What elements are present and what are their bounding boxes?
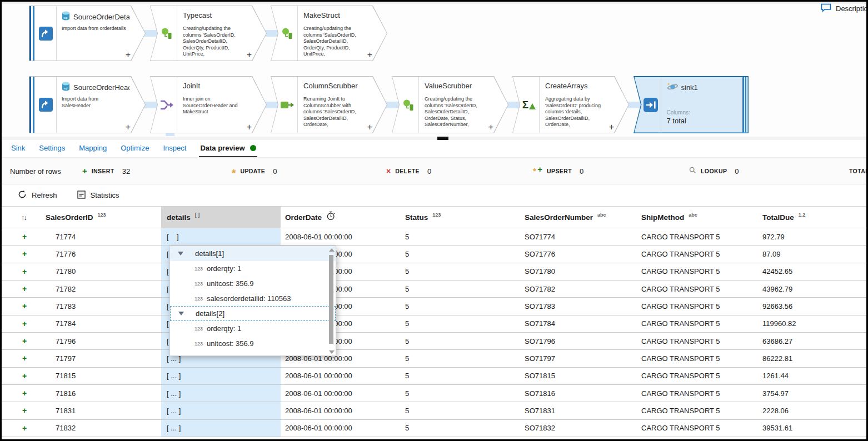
node-description: Aggregating data by 'SalesOrderID' produ…: [545, 96, 612, 131]
cell-salesordernumber: SO71831: [524, 402, 640, 419]
cell-value: 5: [405, 319, 409, 328]
expand-triangle-icon[interactable]: [178, 252, 183, 255]
popup-scrollbar[interactable]: [328, 248, 335, 354]
cell-status: 5: [405, 368, 524, 384]
add-transformation-button[interactable]: +: [126, 50, 131, 60]
svg-text:sql: sql: [63, 87, 67, 90]
cell-value: 71783: [56, 302, 76, 310]
tab-inspect[interactable]: Inspect: [162, 140, 187, 157]
cell-details[interactable]: [ ... ]: [161, 368, 281, 384]
cell-status: 5: [405, 402, 524, 419]
column-label: SalesOrderID: [46, 213, 93, 222]
cell-totaldue: 3754.97: [761, 385, 865, 402]
number-type-badge: 123: [194, 281, 207, 287]
details-group-header[interactable]: details[2]: [170, 306, 336, 321]
add-transformation-button[interactable]: +: [367, 122, 372, 132]
tab-sink[interactable]: Sink: [10, 140, 26, 157]
cell-details[interactable]: [ ... ]: [161, 385, 281, 402]
cell-salesorderid: 71782: [46, 280, 161, 297]
node-title-text: Typecast: [183, 11, 212, 19]
description-bubble-icon: [821, 3, 831, 14]
tab-label: Settings: [39, 144, 65, 152]
sort-icon[interactable]: ↑↓: [21, 213, 26, 222]
cell-salesordernumber: SO71784: [524, 315, 640, 332]
tab-optimize[interactable]: Optimize: [119, 140, 150, 157]
column-label: details: [167, 213, 191, 222]
stat-delete: ×DELETE0: [386, 158, 431, 184]
expand-triangle-icon[interactable]: [178, 312, 184, 315]
cell-value: SO71832: [525, 424, 555, 432]
tab-settings[interactable]: Settings: [38, 140, 66, 157]
cell-value: CARGO TRANSPORT 5: [641, 389, 720, 398]
add-transformation-button[interactable]: +: [488, 122, 493, 132]
cell-value: SO71783: [525, 302, 555, 310]
table-header-row: ↑↓SalesOrderID123details[ ]OrderDateStat…: [0, 206, 868, 228]
insert-plus-icon: +: [22, 284, 27, 293]
node-makestruct[interactable]: MakeStructCreating/updating the columns …: [271, 6, 387, 61]
stat-upsert: +*UPSERT0: [535, 158, 583, 184]
cell-value: 92663.56: [762, 302, 792, 310]
node-title: CreateArrays: [545, 82, 613, 90]
scroll-down-arrow-icon[interactable]: [329, 350, 335, 354]
node-sourceorderheader[interactable]: sqlSourceOrderHeaderImport data from Sal…: [29, 76, 146, 133]
number-type-badge: 123: [194, 356, 207, 357]
scroll-up-arrow-icon[interactable]: [329, 248, 335, 252]
node-createarrays[interactable]: ΣCreateArraysAggregating data by 'SalesO…: [512, 76, 629, 133]
add-transformation-button[interactable]: +: [247, 122, 252, 132]
refresh-button[interactable]: Refresh: [18, 190, 57, 201]
add-transformation-button[interactable]: +: [247, 50, 252, 60]
cell-status: 5: [405, 315, 524, 332]
details-group-header[interactable]: details[1]: [170, 246, 336, 261]
node-title: Typecast: [183, 11, 251, 19]
cell-value: 5: [405, 302, 409, 310]
node-columnscrubber[interactable]: ColumnScrubberRenaming JoinIt to ColumnS…: [271, 76, 387, 133]
node-joinit[interactable]: JoinItInner join on SourceOrderHeader an…: [150, 76, 267, 133]
cell-salesordernumber: SO71780: [524, 263, 640, 280]
add-transformation-button[interactable]: +: [367, 50, 372, 60]
column-header-salesorderid[interactable]: SalesOrderID123: [46, 207, 161, 228]
source-transformation-icon: [37, 77, 54, 133]
cell-value: 2228.06: [762, 407, 789, 415]
tab-data-preview[interactable]: Data preview: [199, 140, 257, 157]
column-header-totaldue[interactable]: TotalDue1.2: [761, 207, 865, 228]
preview-ready-dot-icon: [250, 145, 256, 151]
cell-value: CARGO TRANSPORT 5: [641, 424, 720, 432]
tab-mapping[interactable]: Mapping: [78, 140, 108, 157]
table-row: +71776[ ... ]2008-06-01 00:00:005SO71776…: [0, 245, 868, 263]
node-sink1[interactable]: sink1Columns:7 total: [633, 76, 749, 133]
cell-value: SO71796: [525, 337, 555, 345]
cell-salesorderid: 71815: [46, 368, 161, 384]
cell-shipmethod: CARGO TRANSPORT 5: [640, 333, 761, 349]
column-header-row-marker[interactable]: ↑↓: [0, 207, 46, 228]
popup-scrollbar-thumb[interactable]: [329, 255, 333, 344]
stat-value: 0: [273, 167, 277, 176]
cell-value: [ ... ]: [167, 407, 181, 415]
cell-value: SO71780: [525, 267, 555, 275]
cell-details[interactable]: [ ]: [161, 228, 281, 245]
statistics-button[interactable]: Statistics: [77, 191, 119, 201]
description-button[interactable]: Description: [821, 0, 868, 17]
column-header-orderdate[interactable]: OrderDate: [281, 207, 405, 228]
column-header-shipmethod[interactable]: ShipMethodabc: [640, 207, 761, 228]
column-header-salesordernumber[interactable]: SalesOrderNumberabc: [524, 207, 640, 228]
cell-details[interactable]: [ ... ]: [161, 402, 281, 419]
node-separator: [177, 77, 177, 133]
cell-value: 3754.97: [762, 389, 789, 398]
aggregate-icon: Σ: [522, 99, 536, 110]
column-label: SalesOrderNumber: [525, 213, 593, 222]
column-header-status[interactable]: Status123: [405, 207, 524, 228]
cell-details[interactable]: [ ... ]: [161, 420, 281, 437]
cell-value: 71796: [56, 337, 76, 345]
node-title-text: SourceOrderDetails: [73, 13, 129, 21]
table-row: +71774[ ]2008-06-01 00:00:005SO71774CARG…: [0, 228, 868, 245]
add-transformation-button[interactable]: +: [609, 122, 614, 132]
details-field-text: salesorderdetailid: 110562: [207, 354, 291, 356]
column-header-details[interactable]: details[ ]: [161, 207, 281, 228]
cell-status: 5: [405, 245, 524, 262]
stream-bar-icon: [29, 77, 31, 133]
node-typecast[interactable]: TypecastCreating/updating the columns 'S…: [150, 6, 267, 61]
node-sourceorderdetails[interactable]: sqlSourceOrderDetailsImport data from or…: [29, 6, 146, 61]
node-valuescrubber[interactable]: ValueScrubberCreating/updating the colum…: [392, 76, 508, 133]
cell-salesorderid: 71776: [46, 245, 161, 262]
add-transformation-button[interactable]: +: [126, 122, 131, 132]
